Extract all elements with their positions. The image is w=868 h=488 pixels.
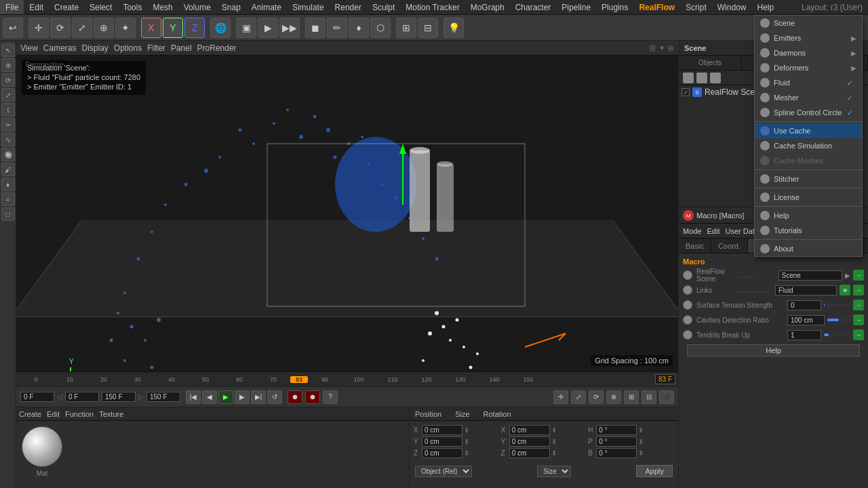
viewport[interactable]: X Y Z Perspective Simulation 'Scene': > … bbox=[16, 56, 678, 371]
rf-menu-deformers[interactable]: Deformers ▶ bbox=[755, 60, 862, 75]
grid-toggle[interactable]: ⊟ bbox=[418, 18, 438, 38]
record-button[interactable]: ⏺ bbox=[288, 390, 302, 404]
menu-volume[interactable]: Volume bbox=[178, 0, 216, 14]
menu-window[interactable]: Window bbox=[712, 0, 752, 14]
vp-filter[interactable]: Filter bbox=[147, 43, 165, 53]
rot-b-stepper[interactable]: ⬍ bbox=[638, 449, 644, 457]
rf-menu-license[interactable]: License bbox=[755, 190, 862, 205]
apply-button[interactable]: Apply bbox=[636, 465, 673, 477]
rf-menu-mesher[interactable]: Mesher ✓ bbox=[755, 90, 862, 105]
size-y-stepper[interactable]: ⬍ bbox=[551, 438, 557, 445]
transform-tool[interactable]: ⊕ bbox=[94, 18, 114, 38]
rf-menu-stitcher[interactable]: Stitcher bbox=[755, 171, 862, 186]
rf-menu-cache-simulation[interactable]: Cache Simulation bbox=[755, 138, 862, 153]
snap-toggle[interactable]: ⊞ bbox=[396, 18, 416, 38]
tendrils-link[interactable]: → bbox=[853, 329, 864, 340]
poly-tool[interactable]: ⬡ bbox=[370, 18, 391, 38]
rot-h-stepper[interactable]: ⬍ bbox=[638, 426, 644, 434]
rf-menu-about[interactable]: About bbox=[755, 241, 862, 256]
tendrils-slider[interactable] bbox=[824, 333, 851, 336]
ls-paint[interactable]: 🖌 bbox=[1, 163, 15, 176]
timeline-ruler[interactable]: 0 10 20 30 40 50 60 70 83 90 100 110 120… bbox=[19, 372, 652, 386]
scale-tool-pb[interactable]: ⤢ bbox=[571, 390, 586, 404]
rf-menu-use-cache[interactable]: Use Cache bbox=[755, 123, 862, 138]
sculpt-tool2[interactable]: ♦ bbox=[349, 18, 369, 38]
vp-prorender[interactable]: ProRender bbox=[197, 43, 237, 53]
help-button[interactable]: Help bbox=[687, 344, 860, 357]
size-z-input[interactable] bbox=[509, 448, 550, 458]
basic-tab[interactable]: Basic bbox=[679, 239, 711, 253]
ls-knife[interactable]: ✂ bbox=[1, 118, 15, 131]
pos-x-stepper[interactable]: ⬍ bbox=[464, 426, 469, 434]
surface-tension-toggle[interactable] bbox=[683, 300, 692, 310]
material-preview[interactable] bbox=[22, 426, 62, 467]
coord-tool-pb[interactable]: ⊕ bbox=[606, 390, 621, 404]
menu-character[interactable]: Character bbox=[510, 0, 557, 14]
record-auto-button[interactable]: ⏺ bbox=[305, 390, 320, 404]
x-axis[interactable]: X bbox=[141, 18, 161, 38]
grid-tool-pb[interactable]: ⊞ bbox=[624, 390, 639, 404]
tendrils-toggle[interactable] bbox=[683, 330, 692, 340]
rot-b-input[interactable] bbox=[596, 448, 637, 458]
rot-p-stepper[interactable]: ⬍ bbox=[638, 438, 644, 445]
ls-sculpt[interactable]: ♦ bbox=[1, 178, 15, 191]
menu-realflow[interactable]: RealFlow bbox=[633, 0, 680, 14]
render-active[interactable]: ▶▶ bbox=[279, 18, 300, 38]
menu-sculpt[interactable]: Sculpt bbox=[367, 0, 400, 14]
mat-function[interactable]: Function bbox=[65, 410, 94, 418]
mat-texture[interactable]: Texture bbox=[99, 410, 123, 418]
obj-check[interactable]: ✓ bbox=[682, 88, 690, 96]
pos-y-stepper[interactable]: ⬍ bbox=[464, 438, 469, 445]
world-button[interactable]: 🌐 bbox=[210, 18, 231, 38]
pen-tool[interactable]: ✏ bbox=[327, 18, 347, 38]
rf-menu-daemons[interactable]: Daemons ▶ bbox=[755, 45, 862, 60]
surface-tension-input[interactable] bbox=[787, 300, 821, 310]
play-button[interactable]: ▶ bbox=[218, 390, 233, 404]
light-tool[interactable]: 💡 bbox=[443, 18, 464, 38]
cube-tool[interactable]: ◼ bbox=[305, 18, 326, 38]
y-axis[interactable]: Y bbox=[163, 18, 183, 38]
rotate-tool[interactable]: ⟳ bbox=[50, 18, 71, 38]
vp-options[interactable]: Options bbox=[114, 43, 142, 53]
multi-tool[interactable]: ✦ bbox=[115, 18, 136, 38]
current-frame-field[interactable]: 0 F bbox=[65, 392, 99, 402]
rot-p-input[interactable] bbox=[596, 436, 637, 447]
cavities-link[interactable]: → bbox=[853, 314, 864, 325]
objects-tab[interactable]: Objects bbox=[679, 56, 742, 70]
pos-y-input[interactable] bbox=[422, 436, 462, 447]
size-x-input[interactable] bbox=[509, 425, 550, 435]
obj-toolbar-icon3[interactable] bbox=[710, 73, 721, 83]
prev-frame-button[interactable]: ◀ bbox=[202, 390, 217, 404]
surface-tension-link[interactable]: → bbox=[853, 300, 864, 310]
obj-toolbar-icon1[interactable] bbox=[683, 73, 694, 83]
vp-cameras[interactable]: Cameras bbox=[43, 43, 77, 53]
links-link-icon[interactable]: → bbox=[853, 285, 864, 296]
end-frame-field[interactable]: 150 F bbox=[102, 392, 136, 402]
links-value[interactable]: Fluid bbox=[775, 285, 837, 296]
end-frame-field2[interactable]: 150 F bbox=[146, 392, 180, 402]
edit-label[interactable]: Edit bbox=[707, 227, 720, 235]
ls-bridge[interactable]: ∿ bbox=[1, 133, 15, 146]
menu-render[interactable]: Render bbox=[330, 0, 367, 14]
rf-menu-help[interactable]: Help bbox=[755, 208, 862, 223]
vp-panel[interactable]: Panel bbox=[171, 43, 192, 53]
links-toggle[interactable] bbox=[683, 285, 692, 295]
ls-smooth[interactable]: ≈ bbox=[1, 192, 15, 206]
vp-view[interactable]: View bbox=[20, 43, 38, 53]
vp-display[interactable]: Display bbox=[81, 43, 108, 53]
pos-z-input[interactable] bbox=[422, 448, 462, 458]
obj-toolbar-icon2[interactable] bbox=[696, 73, 707, 83]
rot-h-input[interactable] bbox=[596, 425, 637, 435]
size-z-stepper[interactable]: ⬍ bbox=[551, 449, 557, 457]
mat-create[interactable]: Create bbox=[19, 410, 41, 418]
move-tool-pb[interactable]: ✛ bbox=[553, 390, 568, 404]
tendrils-input[interactable] bbox=[787, 330, 821, 340]
rf-menu-tutorials[interactable]: Tutorials bbox=[755, 223, 862, 238]
menu-plugins[interactable]: Plugins bbox=[596, 0, 633, 14]
rf-scene-toggle[interactable] bbox=[683, 270, 692, 280]
menu-edit[interactable]: Edit bbox=[24, 0, 49, 14]
rf-scene-link-icon[interactable]: → bbox=[853, 270, 864, 281]
menu-mesh[interactable]: Mesh bbox=[147, 0, 178, 14]
z-axis[interactable]: Z bbox=[184, 18, 205, 38]
go-start-button[interactable]: |◀ bbox=[186, 390, 201, 404]
